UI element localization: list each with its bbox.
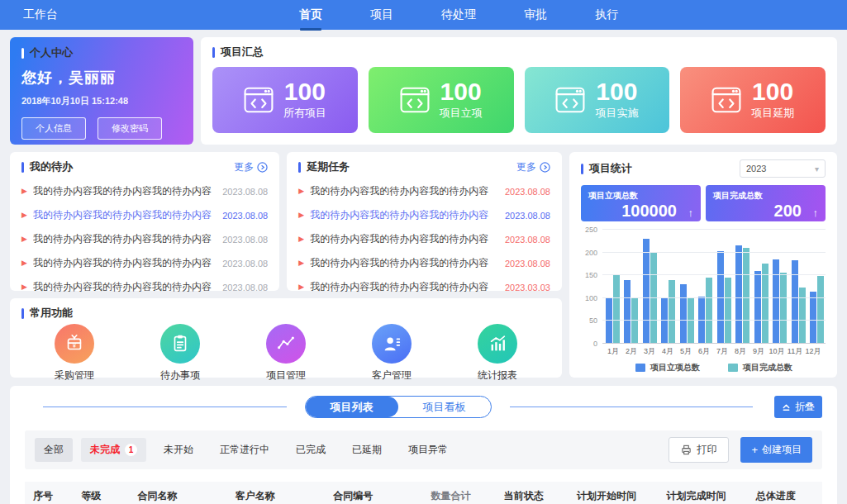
delayed-task-item[interactable]: ▶ 我的待办内容我的待办内容我的待办内容 2023.08.08 (298, 256, 550, 270)
summary-value: 100 (440, 79, 482, 104)
function-label: 项目管理 (266, 368, 306, 383)
stat-box-label: 项目立项总数 (588, 191, 638, 200)
common-functions-title: 常用功能 (21, 306, 550, 321)
title-accent-bar (21, 48, 24, 59)
create-project-button[interactable]: + 创建项目 (740, 437, 812, 463)
filter-count-badge: 1 (125, 444, 137, 456)
summary-card-project-implementation[interactable]: 100 项目实施 (525, 67, 670, 133)
year-select[interactable]: 2023 ▾ (740, 159, 826, 178)
stat-box-label: 项目完成总数 (713, 191, 763, 200)
procurement-icon: ¥ (55, 324, 94, 364)
column-header: 合同编号 (330, 489, 427, 503)
collapse-icon (782, 402, 791, 411)
todo-item[interactable]: ▶ 我的待办内容我的待办内容我的待办内容 2023.08.08 (21, 256, 268, 270)
tab[interactable]: 项目看板 (398, 397, 491, 417)
nav-item[interactable]: 执行 (595, 6, 618, 24)
delayed-more-link[interactable]: 更多 (516, 160, 550, 174)
filter-chip[interactable]: 未开始 (155, 438, 202, 462)
todo-item[interactable]: ▶ 我的待办内容我的待办内容我的待办内容 2023.08.08 (21, 184, 268, 198)
delayed-tasks-title-text: 延期任务 (307, 159, 350, 174)
function-todo-items[interactable]: 待办事项 (160, 324, 200, 383)
code-window-icon (555, 87, 585, 113)
create-project-label: 创建项目 (762, 443, 802, 457)
code-window-icon (711, 87, 741, 113)
my-todos-title: 我的待办 (21, 159, 73, 174)
stat-box-value: 100000 (621, 202, 677, 220)
todo-text: 我的待办内容我的待办内容我的待办内容 (33, 280, 217, 294)
delayed-task-date: 2023.08.08 (505, 211, 550, 221)
filter-chip[interactable]: 全部 (35, 438, 73, 462)
project-summary-title: 项目汇总 (212, 45, 826, 59)
todo-item[interactable]: ▶ 我的待办内容我的待办内容我的待办内容 2023.08.08 (21, 208, 268, 222)
triangle-marker-icon: ▶ (298, 188, 304, 195)
customer-person-icon (372, 324, 412, 364)
personal-center-card: 个人中心 您好，吴丽丽 2018年10月10日 15:12:48 个人信息 修改… (10, 37, 193, 145)
summary-value: 100 (752, 79, 793, 104)
summary-card-all-projects[interactable]: 100 所有项目 (212, 67, 358, 133)
todo-item[interactable]: ▶ 我的待办内容我的待办内容我的待办内容 2023.08.08 (21, 232, 268, 246)
title-accent-bar (21, 308, 24, 319)
delayed-task-text: 我的待办内容我的待办内容我的待办内容 (310, 232, 499, 246)
delayed-task-item[interactable]: ▶ 我的待办内容我的待办内容我的待办内容 2023.08.08 (298, 208, 550, 222)
delayed-task-item[interactable]: ▶ 我的待办内容我的待办内容我的待办内容 2023.03.03 (298, 280, 550, 294)
filter-chip[interactable]: 已完成 (287, 438, 335, 462)
personal-center-title: 个人中心 (21, 45, 182, 60)
chart-plot-area: 050100150200250 (602, 230, 826, 344)
circle-arrow-right-icon (540, 162, 550, 173)
project-table-header: 序号 等级 合同名称 客户名称 合同编号 数量合计 当前状态 计划开始时间 计划… (25, 482, 822, 504)
delayed-tasks-title: 延期任务 (298, 159, 350, 174)
column-header: 计划完成时间 (663, 489, 752, 503)
triangle-marker-icon: ▶ (21, 283, 27, 291)
function-procurement[interactable]: ¥ 采购管理 (55, 324, 94, 383)
filter-chip-label: 未完成 (90, 443, 120, 457)
function-label: 统计报表 (478, 368, 517, 383)
personal-info-button[interactable]: 个人信息 (21, 117, 86, 140)
function-project-management[interactable]: 项目管理 (266, 324, 306, 383)
delayed-task-item[interactable]: ▶ 我的待办内容我的待办内容我的待办内容 2023.08.08 (298, 232, 550, 246)
chart-legend: 项目立项总数项目完成总数 (602, 362, 826, 373)
personal-center-title-text: 个人中心 (30, 45, 73, 60)
filter-chip[interactable]: 项目异常 (399, 438, 457, 462)
common-functions-panel: 常用功能 ¥ 采购管理 待办事项 (10, 298, 562, 378)
divider-line (43, 407, 287, 407)
todo-date: 2023.08.08 (222, 235, 268, 245)
filter-chip[interactable]: 未完成 1 (81, 438, 146, 462)
nav-item[interactable]: 待处理 (441, 6, 476, 24)
project-summary-panel: 项目汇总 100 所有项目 100 项目立项 (201, 37, 837, 145)
function-statistics-report[interactable]: 统计报表 (478, 324, 517, 383)
delayed-task-text: 我的待办内容我的待办内容我的待办内容 (310, 256, 499, 270)
collapse-button[interactable]: 折叠 (774, 396, 822, 418)
year-select-value: 2023 (746, 164, 766, 174)
common-functions-title-text: 常用功能 (30, 306, 73, 321)
filter-chip-label: 已延期 (352, 443, 382, 457)
filter-chip[interactable]: 正常进行中 (211, 438, 278, 462)
delayed-task-item[interactable]: ▶ 我的待办内容我的待办内容我的待办内容 2023.08.08 (298, 184, 550, 198)
summary-value: 100 (596, 79, 637, 104)
print-button[interactable]: 打印 (669, 437, 729, 463)
summary-card-project-initiation[interactable]: 100 项目立项 (369, 67, 514, 133)
todos-more-link[interactable]: 更多 (234, 160, 268, 174)
function-customer-management[interactable]: 客户管理 (372, 324, 412, 383)
nav-item[interactable]: 项目 (370, 6, 393, 24)
nav-item[interactable]: 审批 (524, 6, 547, 24)
triangle-marker-icon: ▶ (21, 259, 27, 267)
stat-box-completed-total: 项目完成总数 200 ↑ (706, 185, 826, 221)
filter-chip[interactable]: 已延期 (343, 438, 391, 462)
change-password-button[interactable]: 修改密码 (98, 117, 162, 140)
todo-item[interactable]: ▶ 我的待办内容我的待办内容我的待办内容 2023.08.08 (21, 280, 268, 294)
todo-text: 我的待办内容我的待办内容我的待办内容 (33, 184, 217, 198)
todo-text: 我的待办内容我的待办内容我的待办内容 (33, 208, 217, 222)
tab[interactable]: 项目列表 (306, 397, 398, 417)
todo-date: 2023.08.08 (222, 211, 268, 221)
project-stats-title-text: 项目统计 (589, 161, 632, 176)
todo-text: 我的待办内容我的待办内容我的待办内容 (33, 256, 217, 270)
bar-chart-icon (478, 324, 517, 364)
filter-chip-label: 未开始 (164, 443, 193, 457)
plus-icon: + (751, 445, 758, 455)
filter-chip-label: 全部 (44, 443, 64, 457)
project-filter-bar: 全部 未完成 1 未开始 正常进行中 (25, 430, 822, 469)
summary-card-project-delayed[interactable]: 100 项目延期 (680, 67, 826, 133)
nav-item[interactable]: 首页 (299, 6, 322, 24)
svg-text:¥: ¥ (73, 343, 76, 349)
column-header: 数量合计 (428, 489, 501, 503)
